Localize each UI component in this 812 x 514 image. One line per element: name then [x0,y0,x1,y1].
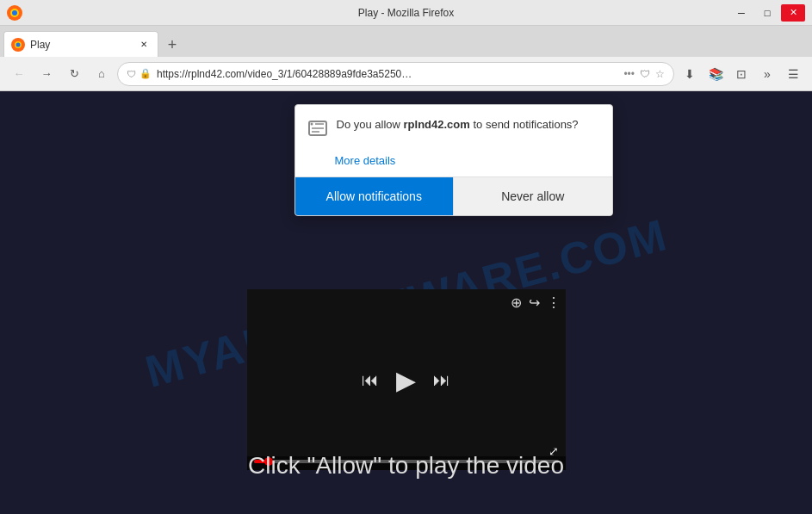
more-icon[interactable]: ⋮ [547,294,561,311]
sync-button[interactable]: ⊡ [729,62,753,86]
popup-header: Do you allow rplnd42.com to send notific… [295,105,612,151]
popup-prompt-suffix: to send notifications? [470,118,579,131]
bookmark-shield-icon: 🛡 [640,68,650,80]
titlebar: Play - Mozilla Firefox ─ □ ✕ [0,0,812,26]
notification-icon [307,118,328,144]
svg-point-2 [12,10,17,15]
titlebar-left [7,5,22,21]
menu-button[interactable]: ☰ [781,62,805,86]
address-bar-icons: 🛡 🔒 [127,68,152,79]
play-controls: ⏮ ▶ ⏭ [362,365,450,395]
popup-domain: rplnd42.com [404,118,470,131]
tab-favicon [11,38,25,52]
maximize-button[interactable]: □ [755,4,779,22]
more-options-icon[interactable]: ••• [623,68,635,80]
new-tab-button[interactable]: + [160,33,184,57]
navbar-right: ⬇ 📚 ⊡ » ☰ [678,62,805,86]
next-button[interactable]: ⏭ [433,370,450,390]
allow-notifications-button[interactable]: Allow notifications [295,177,454,215]
shield-icon: 🛡 [127,69,136,79]
titlebar-title: Play - Mozilla Firefox [0,7,812,19]
popup-buttons: Allow notifications Never allow [295,177,612,215]
back-button[interactable]: ← [7,62,31,86]
popup-more-details: More details [295,151,612,176]
firefox-icon [7,5,22,21]
forward-button[interactable]: → [34,62,59,86]
more-details-link[interactable]: More details [335,154,396,167]
address-bar[interactable]: 🛡 🔒 https://rplnd42.com/video_3/1/604288… [117,62,674,86]
titlebar-controls: ─ □ ✕ [729,4,805,22]
home-button[interactable]: ⌂ [90,62,114,86]
download-button[interactable]: ⬇ [678,62,702,86]
minimize-button[interactable]: ─ [729,4,753,22]
never-allow-button[interactable]: Never allow [453,177,612,215]
video-top-controls: ⊕ ↪ ⋮ [511,294,561,311]
extensions-button[interactable]: » [755,62,779,86]
click-to-play-text: Click "Allow" to play the video [248,452,564,480]
popup-prompt-text: Do you allow rplnd42.com to send notific… [337,117,579,133]
play-button[interactable]: ▶ [396,365,416,395]
active-tab[interactable]: Play ✕ [3,31,158,57]
add-to-playlist-icon[interactable]: ⊕ [511,294,522,311]
library-button[interactable]: 📚 [704,62,728,86]
close-button[interactable]: ✕ [781,4,805,22]
svg-point-5 [16,42,21,46]
navbar: ← → ↻ ⌂ 🛡 🔒 https://rplnd42.com/video_3/… [0,57,812,91]
address-bar-right: ••• 🛡 ☆ [623,68,665,80]
popup-prompt-prefix: Do you allow [337,118,404,131]
reload-button[interactable]: ↻ [62,62,86,86]
lock-icon: 🔒 [139,68,152,79]
tab-close-button[interactable]: ✕ [137,38,151,52]
tab-label: Play [30,39,50,51]
url-text: https://rplnd42.com/video_3/1/60428889a9… [157,68,618,80]
previous-button[interactable]: ⏮ [362,370,379,390]
video-player: ⊕ ↪ ⋮ ⏮ ▶ ⏭ ⤢ [247,289,566,470]
notification-popup: Do you allow rplnd42.com to send notific… [294,104,613,216]
content-area: MYANTISPYWARE.COM Do you allow rplnd42.c… [0,91,812,514]
share-icon[interactable]: ↪ [529,294,540,311]
tabbar: Play ✕ + [0,26,812,57]
svg-point-7 [310,123,313,126]
star-icon[interactable]: ☆ [655,68,665,80]
